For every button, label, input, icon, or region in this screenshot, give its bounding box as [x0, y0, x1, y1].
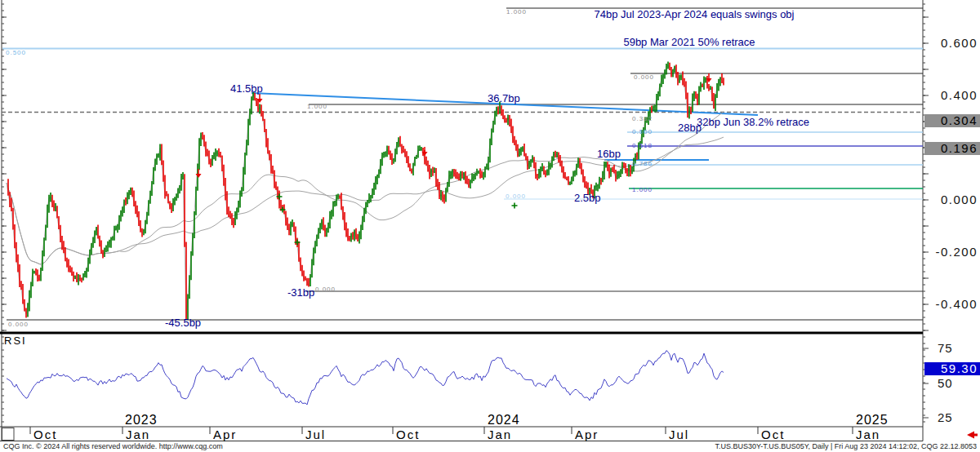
chart-annotation: 16bp [597, 148, 621, 159]
down-bars [8, 63, 724, 320]
fib-level-label: 1.000 [307, 104, 327, 110]
fib-level-label: 0.618 [632, 143, 653, 149]
scroll-left-arrow-icon [967, 432, 978, 439]
rsi-axis-label: 50 [938, 377, 953, 389]
month-label: Jul [305, 428, 326, 441]
rsi-axis-label: 25 [938, 411, 953, 423]
rsi-value-badge: 59.30 [924, 362, 980, 375]
moving-averages [7, 112, 724, 264]
chart-annotation: 41.5bp [230, 83, 263, 94]
rsi-study-label: RSI [4, 335, 27, 346]
fib-level-label: 1.000 [506, 9, 527, 16]
chart-annotation: 32bp Jun 38.2% retrace [697, 117, 809, 127]
copyright-text: CQG Inc. © 2024 All rights reserved worl… [3, 443, 223, 450]
rsi-axis-label: 75 [938, 342, 953, 354]
chart-annotation: 36.7bp [488, 93, 520, 104]
chart-annotation: 59bp Mar 2021 50% retrace [623, 37, 755, 47]
chart-annotation: 74bp Jul 2023-Apr 2024 equals swings obj [594, 9, 794, 20]
fib-level-label: 0.382 [632, 116, 653, 122]
chart-annotation: 2.5bp [574, 193, 601, 203]
fib-level-label: 0.000 [315, 286, 336, 293]
fib-level-label: 0.786 [632, 161, 653, 167]
ma-value-badge: 0.304 [924, 114, 980, 127]
scroll-handle [2, 428, 15, 441]
month-label: Jan [488, 428, 512, 441]
price-axis-label: 0.600 [920, 37, 978, 49]
symbol-status-text: T.US.BUS30Y-T.US.BUS05Y, Daily | Fri Aug… [715, 443, 977, 450]
chart-graphics[interactable] [0, 0, 980, 452]
month-label: Oct [761, 428, 785, 441]
fib-level-label: 0.000 [8, 321, 29, 328]
fib-level-label: 0.000 [506, 193, 526, 200]
month-label: Oct [396, 428, 420, 441]
chart-annotation: 28bp [678, 122, 702, 133]
fib-level-label: 1.000 [632, 187, 653, 193]
ma-value-badge: 0.196 [924, 142, 980, 155]
month-label: Jul [669, 428, 689, 441]
buy-plus-icon [512, 203, 518, 209]
cqg-chart-window: 74bp Jul 2023-Apr 2024 equals swings obj… [0, 0, 980, 452]
horizontal-lines [2, 8, 923, 320]
month-label: Jan [126, 428, 150, 441]
close-line [7, 65, 724, 317]
year-label: 2024 [488, 414, 520, 427]
chart-annotation: -45.5bp [165, 317, 201, 328]
month-label: Apr [213, 428, 237, 441]
month-label: Jan [856, 428, 880, 441]
year-label: 2025 [856, 414, 889, 427]
price-axis-label: 0.000 [920, 193, 978, 206]
axis-ticks [2, 4, 929, 422]
year-label: 2023 [125, 414, 158, 427]
fib-level-label: 0.000 [634, 74, 654, 81]
price-axis-label: -0.200 [920, 246, 978, 258]
fib-level-label: 0.500 [6, 50, 26, 56]
price-bars[interactable] [8, 62, 724, 320]
price-axis-label: -0.400 [920, 298, 978, 310]
month-label: Oct [33, 428, 57, 441]
chart-annotation: -31bp [287, 287, 314, 298]
fib-level-label: 0.500 [632, 129, 653, 135]
price-axis-label: 0.400 [920, 89, 978, 101]
month-label: Apr [575, 428, 599, 441]
rsi-line [7, 351, 724, 405]
